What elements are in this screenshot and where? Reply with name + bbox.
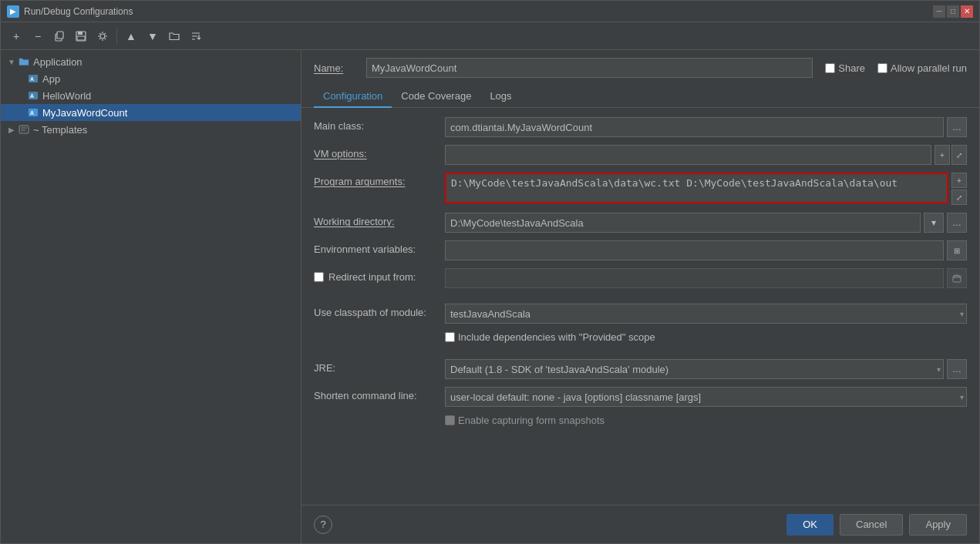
env-vars-edit-button[interactable]: ⊞ <box>947 240 967 260</box>
redirect-checkbox-label[interactable]: Redirect input from: <box>314 271 445 283</box>
parallel-checkbox-label[interactable]: Allow parallel run <box>877 62 967 74</box>
action-buttons: OK Cancel Apply <box>786 514 967 536</box>
redirect-label: Redirect input from: <box>314 268 445 283</box>
right-panel: Name: Share Allow parallel run <box>301 50 979 543</box>
snapshots-checkbox[interactable] <box>445 415 455 425</box>
env-vars-row: Environment variables: ⊞ <box>314 240 967 260</box>
redirect-control <box>445 268 967 288</box>
svg-text:A: A <box>30 110 34 116</box>
close-button[interactable]: ✕ <box>961 5 973 18</box>
name-label: Name: <box>314 62 360 74</box>
tree-area: ▼ Application <box>1 50 301 543</box>
args-expand-button[interactable]: + <box>951 173 967 188</box>
help-button[interactable]: ? <box>314 515 332 534</box>
tab-configuration[interactable]: Configuration <box>314 86 392 108</box>
snapshots-label[interactable]: Enable capturing form snapshots <box>445 415 605 426</box>
app-label: App <box>42 73 60 85</box>
top-toolbar: + − ▲ <box>1 22 979 50</box>
snapshots-text: Enable capturing form snapshots <box>458 415 605 426</box>
tab-logs[interactable]: Logs <box>480 86 520 108</box>
parallel-checkbox[interactable] <box>877 63 887 73</box>
remove-config-button[interactable]: − <box>29 27 47 45</box>
working-dir-browse-button[interactable]: … <box>947 213 967 233</box>
move-to-group-button[interactable] <box>165 27 184 45</box>
tabs: Configuration Code Coverage Logs <box>301 86 979 108</box>
main-class-browse-button[interactable]: … <box>947 117 967 137</box>
svg-rect-1 <box>57 32 63 39</box>
redirect-input[interactable] <box>445 268 944 288</box>
main-class-input[interactable] <box>445 117 944 137</box>
move-down-button[interactable]: ▼ <box>143 27 162 45</box>
copy-config-button[interactable] <box>50 27 69 45</box>
snapshots-row: Enable capturing form snapshots <box>314 415 967 435</box>
tree-item-helloworld[interactable]: A HelloWorld <box>1 87 301 104</box>
redirect-checkbox[interactable] <box>314 272 324 282</box>
spacer <box>314 296 967 304</box>
main-class-label: Main class: <box>314 117 445 132</box>
maximize-button[interactable]: □ <box>947 5 959 18</box>
templates-label: ~ Templates <box>33 124 87 136</box>
cancel-button[interactable]: Cancel <box>840 514 903 536</box>
env-vars-label: Environment variables: <box>314 240 445 255</box>
svg-text:A: A <box>30 76 34 82</box>
redirect-browse-button[interactable] <box>947 268 967 288</box>
jre-browse-button[interactable]: … <box>947 359 967 379</box>
vm-fullscreen-button[interactable]: ⤢ <box>951 145 967 165</box>
vm-options-input[interactable] <box>445 145 931 165</box>
save-icon <box>76 31 86 42</box>
share-checkbox[interactable] <box>825 63 835 73</box>
jre-row: JRE: Default (1.8 - SDK of 'testJavaAndS… <box>314 359 967 379</box>
svg-rect-3 <box>78 32 83 35</box>
minimize-button[interactable]: ─ <box>933 5 945 18</box>
window-title: Run/Debug Configurations <box>24 6 933 17</box>
working-dir-input[interactable] <box>445 213 921 233</box>
expand-arrow-templates: ▶ <box>7 125 16 134</box>
include-deps-label[interactable]: Include dependencies with "Provided" sco… <box>445 331 655 343</box>
tab-coverage[interactable]: Code Coverage <box>392 86 480 108</box>
snapshots-spacer <box>314 415 445 418</box>
ok-button[interactable]: OK <box>786 514 834 536</box>
shorten-row: Shorten command line: user-local default… <box>314 387 967 407</box>
classpath-select[interactable]: testJavaAndScala <box>445 304 967 324</box>
copy-icon <box>54 31 65 42</box>
content-area: ▼ Application <box>1 50 979 543</box>
vm-options-row: VM options: + ⤢ <box>314 145 967 165</box>
working-dir-dropdown-button[interactable]: ▾ <box>924 213 944 233</box>
shorten-select[interactable]: user-local default: none - java [options… <box>445 387 967 407</box>
folder-icon <box>18 55 30 68</box>
tree-item-application[interactable]: ▼ Application <box>1 53 301 70</box>
sort-button[interactable] <box>187 27 205 45</box>
working-dir-control: ▾ … <box>445 213 967 233</box>
share-checkbox-label[interactable]: Share <box>825 62 865 74</box>
tree-item-myjavawc[interactable]: A MyJavaWordCount <box>1 104 301 121</box>
add-config-button[interactable]: + <box>7 27 25 45</box>
name-row: Name: Share Allow parallel run <box>301 50 979 86</box>
settings-button[interactable] <box>93 27 112 45</box>
redirect-text: Redirect input from: <box>328 271 416 283</box>
expand-arrow-app <box>16 74 25 83</box>
env-vars-input[interactable] <box>445 240 944 260</box>
program-args-row: Program arguments: D:\MyCode\testJavaAnd… <box>314 173 967 205</box>
expand-arrow-hw <box>16 91 25 100</box>
window-icon: ▶ <box>7 5 19 18</box>
main-class-row: Main class: … <box>314 117 967 137</box>
name-input[interactable] <box>366 58 813 78</box>
tree-item-app[interactable]: A App <box>1 70 301 87</box>
move-up-button[interactable]: ▲ <box>122 27 140 45</box>
program-args-input[interactable]: D:\MyCode\testJavaAndScala\data\wc.txt D… <box>445 173 948 203</box>
vm-expand-button[interactable]: + <box>935 145 950 165</box>
title-bar: ▶ Run/Debug Configurations ─ □ ✕ <box>1 1 979 22</box>
include-deps-checkbox[interactable] <box>445 332 455 342</box>
tree-item-templates[interactable]: ▶ ~ Templates <box>1 121 301 138</box>
settings-icon <box>97 31 108 42</box>
save-button[interactable] <box>72 27 90 45</box>
jre-select[interactable]: Default (1.8 - SDK of 'testJavaAndScala'… <box>445 359 944 379</box>
form-area: Main class: … VM options: + <box>301 108 979 505</box>
snapshots-control: Enable capturing form snapshots <box>445 415 967 426</box>
args-fullscreen-button[interactable]: ⤢ <box>951 190 967 205</box>
working-dir-label: Working directory: <box>314 213 445 227</box>
svg-point-5 <box>100 34 105 39</box>
svg-text:A: A <box>30 93 34 99</box>
main-class-control: … <box>445 117 967 137</box>
apply-button[interactable]: Apply <box>909 514 967 536</box>
